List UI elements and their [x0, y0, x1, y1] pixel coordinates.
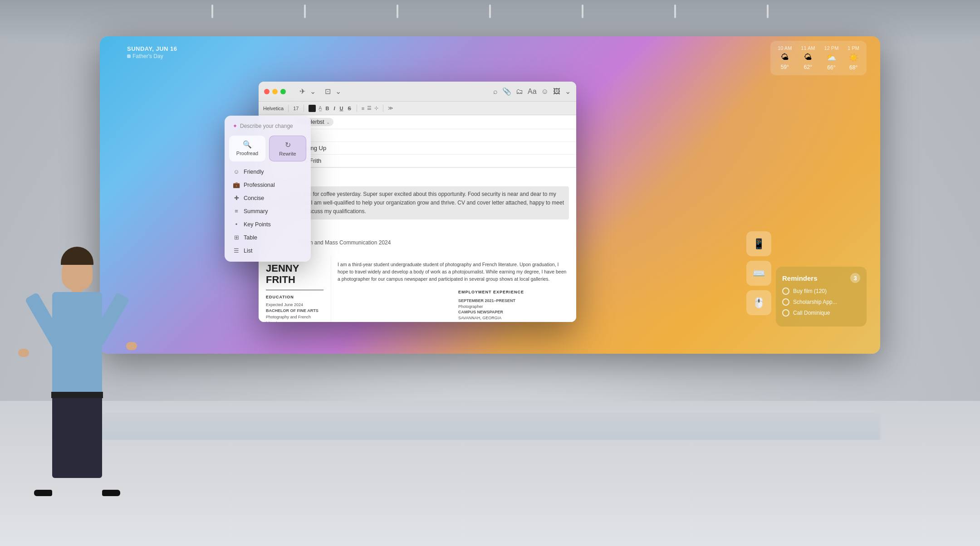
- weather-icon-1: 🌤: [781, 53, 789, 62]
- align-button[interactable]: ≡: [362, 106, 364, 111]
- close-button[interactable]: [264, 89, 270, 94]
- weather-col-4: 1 PM ☀️ 68°: [848, 45, 859, 71]
- color-swatch[interactable]: [309, 105, 316, 112]
- weather-time-4: 1 PM: [848, 45, 859, 51]
- reminder-checkbox-2[interactable]: [782, 298, 789, 306]
- emp-period: SEPTEMBER 2021–PRESENT: [458, 298, 570, 304]
- proofread-button[interactable]: 🔍 Proofread: [229, 136, 265, 161]
- format-separator: [383, 105, 383, 112]
- proofread-label: Proofread: [236, 151, 258, 156]
- professional-label: Professional: [244, 182, 275, 188]
- italic-button[interactable]: I: [333, 106, 336, 111]
- weather-time-2: 11 AM: [801, 45, 815, 51]
- writing-tools-main-actions: 🔍 Proofread ↻ Rewrite: [229, 136, 306, 161]
- writing-tools-header: ✦ Describe your change: [229, 120, 306, 132]
- presenter-right-shoe: [102, 490, 120, 496]
- rewrite-icon: ↻: [285, 141, 291, 149]
- writing-tools-sparkle-icon: ✦: [233, 123, 237, 129]
- concise-item[interactable]: ✚ Concise: [229, 191, 306, 205]
- friendly-item[interactable]: ☺ Friendly: [229, 165, 306, 178]
- attachment-icon[interactable]: 📎: [502, 87, 511, 96]
- format-separator: [288, 105, 289, 112]
- rewrite-button[interactable]: ↻ Rewrite: [269, 136, 306, 161]
- app-icon-1[interactable]: 📱: [746, 231, 771, 256]
- presenter-left-shoe: [34, 490, 52, 496]
- emoji-icon[interactable]: ☺: [541, 88, 549, 96]
- reminder-text-2: Scholarship App...: [793, 299, 837, 305]
- weather-icon-2: 🌤: [804, 53, 812, 62]
- calendar-widget: SUNDAY, JUN 16 Father's Day: [127, 45, 177, 59]
- mail-resume-section: JENNYFRITH EDUCATION Expected June 2024 …: [259, 256, 576, 322]
- edu-title: EDUCATION: [266, 295, 323, 299]
- underline-button[interactable]: U: [339, 106, 344, 111]
- indent-button[interactable]: ⊹: [374, 105, 378, 111]
- reminders-count: 3: [850, 273, 860, 283]
- reminders-widget: Reminders 3 Buy film (120) Scholarship A…: [776, 267, 867, 327]
- key-points-label: Key Points: [244, 221, 271, 228]
- ceiling-light: [211, 5, 213, 18]
- font-name: Helvetica: [263, 106, 284, 111]
- professional-item[interactable]: 💼 Professional: [229, 178, 306, 191]
- mail-body-highlighted: Nice to meet you for coffee yesterday. S…: [266, 186, 569, 220]
- compose-icon[interactable]: ✈: [299, 87, 305, 96]
- app-icon-2[interactable]: ⌨️: [746, 261, 771, 286]
- presenter-belt: [51, 392, 103, 398]
- font-icon[interactable]: Aa: [528, 88, 537, 96]
- format-separator: [357, 105, 357, 112]
- weather-col-2: 11 AM 🌤 62°: [801, 45, 815, 71]
- more-format-button[interactable]: ≫: [388, 105, 393, 111]
- ceiling-light: [674, 5, 676, 18]
- minimize-button[interactable]: [272, 89, 278, 94]
- list-item[interactable]: ☰ List: [229, 244, 306, 257]
- search-icon[interactable]: ⌕: [493, 88, 498, 96]
- folder-icon[interactable]: 🗂: [516, 88, 523, 96]
- weather-temp-4: 68°: [849, 64, 858, 71]
- reminder-item-3: Call Dominique: [782, 309, 860, 317]
- reminder-text-1: Buy film (120): [793, 288, 827, 294]
- compose-dropdown-icon[interactable]: ⌄: [310, 87, 316, 96]
- recipient-dropdown[interactable]: ⌄: [326, 120, 330, 125]
- font-size: 17: [293, 106, 299, 111]
- mail-titlebar: ✈ ⌄ ⊡ ⌄ ⌕ 📎 🗂 Aa ☺ 🖼 ⌄: [259, 82, 576, 102]
- app-icon-3[interactable]: 🖱️: [746, 290, 771, 315]
- ceiling-lights: [0, 0, 980, 27]
- table-item[interactable]: ⊞ Table: [229, 231, 306, 244]
- layout-icon[interactable]: ⊡: [325, 87, 331, 96]
- summary-icon: ≡: [233, 208, 240, 214]
- weather-time-3: 12 PM: [824, 45, 839, 51]
- weather-time-1: 10 AM: [778, 45, 792, 51]
- professional-icon: 💼: [233, 181, 240, 188]
- format-underline-color: A̲: [318, 105, 322, 111]
- sig-dept: Dept. of Journalism and Mass Communicati…: [266, 239, 569, 247]
- summary-item[interactable]: ≡ Summary: [229, 205, 306, 218]
- writing-tools-panel: ✦ Describe your change 🔍 Proofread ↻ Rew…: [225, 116, 311, 262]
- more-icon[interactable]: ⌄: [565, 87, 571, 96]
- edu-item-3: Photography and French Literature: [266, 314, 323, 322]
- ceiling-light: [489, 5, 491, 18]
- strikethrough-button[interactable]: S: [347, 106, 352, 111]
- mail-toolbar: ✈ ⌄ ⊡ ⌄ ⌕ 📎 🗂 Aa ☺ 🖼 ⌄: [295, 87, 571, 96]
- screen-reflection: [100, 413, 880, 440]
- weather-icon-4: ☀️: [848, 53, 858, 63]
- reminder-text-3: Call Dominique: [793, 310, 830, 316]
- table-icon: ⊞: [233, 234, 240, 241]
- calendar-event: Father's Day: [127, 53, 177, 59]
- photo-icon[interactable]: 🖼: [553, 88, 560, 96]
- list-button[interactable]: ☰: [367, 105, 372, 111]
- ceiling-light: [767, 5, 769, 18]
- ceiling-light: [304, 5, 306, 18]
- resume-left: JENNYFRITH EDUCATION Expected June 2024 …: [259, 256, 331, 322]
- presenter-right-hand: [126, 342, 137, 350]
- concise-icon: ✚: [233, 195, 240, 201]
- weather-col-3: 12 PM ⛅ 66°: [824, 45, 839, 71]
- key-points-item[interactable]: • Key Points: [229, 218, 306, 231]
- concise-label: Concise: [244, 195, 264, 201]
- maximize-button[interactable]: [280, 89, 286, 94]
- closing: Thanks: [266, 222, 569, 230]
- layout-dropdown-icon[interactable]: ⌄: [335, 87, 341, 96]
- mail-format-bar: Helvetica 17 A̲ B I U S ≡ ☰ ⊹ ≫: [259, 102, 576, 115]
- reminder-checkbox-1[interactable]: [782, 288, 789, 295]
- reminder-checkbox-3[interactable]: [782, 309, 789, 317]
- bold-button[interactable]: B: [325, 106, 330, 111]
- format-separator: [304, 105, 304, 112]
